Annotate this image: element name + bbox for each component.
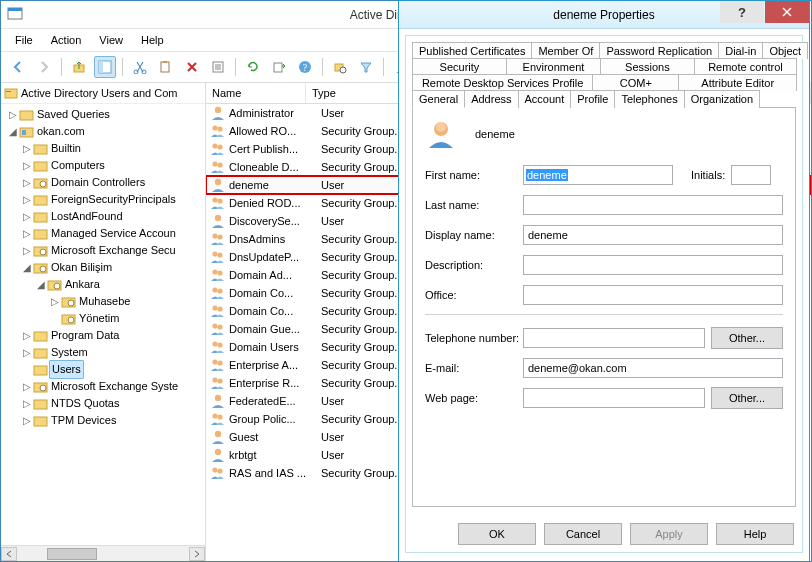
- group-icon: [210, 123, 226, 139]
- menu-action[interactable]: Action: [43, 32, 90, 48]
- tab-account[interactable]: Account: [518, 90, 572, 108]
- tab-pwdrepl[interactable]: Password Replication: [599, 42, 719, 59]
- help-button[interactable]: Help: [716, 523, 794, 545]
- web-other-button[interactable]: Other...: [711, 387, 783, 409]
- tree-node[interactable]: okan.com: [37, 123, 85, 140]
- folder-icon: [33, 413, 48, 428]
- tree-node[interactable]: Program Data: [51, 327, 119, 344]
- tree-node[interactable]: LostAndFound: [51, 208, 123, 225]
- phone-other-button[interactable]: Other...: [711, 327, 783, 349]
- tab-dialin[interactable]: Dial-in: [718, 42, 763, 59]
- first-name-field[interactable]: deneme: [523, 165, 673, 185]
- copy-button[interactable]: [155, 56, 177, 78]
- scroll-left-icon[interactable]: [1, 547, 17, 561]
- scroll-right-icon[interactable]: [189, 547, 205, 561]
- tab-complus[interactable]: COM+: [592, 74, 679, 91]
- ok-button[interactable]: OK: [458, 523, 536, 545]
- telephone-field[interactable]: [523, 328, 705, 348]
- refresh-button[interactable]: [242, 56, 264, 78]
- export-button[interactable]: [268, 56, 290, 78]
- label-display: Display name:: [425, 229, 523, 241]
- tree-node[interactable]: Managed Service Accoun: [51, 225, 176, 242]
- label-office: Office:: [425, 289, 523, 301]
- tree-node[interactable]: Computers: [51, 157, 105, 174]
- tree-node[interactable]: Saved Queries: [37, 106, 110, 123]
- tree-node[interactable]: Yönetim: [79, 310, 119, 327]
- tree-node[interactable]: Muhasebe: [79, 293, 130, 310]
- tree-node[interactable]: System: [51, 344, 88, 361]
- tree[interactable]: ▷Saved Queries ◢okan.com ▷Builtin ▷Compu…: [1, 104, 205, 429]
- folder-icon: [33, 328, 48, 343]
- up-folder-button[interactable]: [68, 56, 90, 78]
- tab-address[interactable]: Address: [464, 90, 518, 108]
- tree-node[interactable]: ForeignSecurityPrincipals: [51, 191, 176, 208]
- filter-button[interactable]: [355, 56, 377, 78]
- last-name-field[interactable]: [523, 195, 783, 215]
- tab-environment[interactable]: Environment: [506, 58, 601, 75]
- tree-node[interactable]: TPM Devices: [51, 412, 116, 429]
- initials-field[interactable]: [731, 165, 771, 185]
- tree-node-users[interactable]: Users: [49, 360, 84, 379]
- twisty-open-icon[interactable]: ◢: [21, 259, 33, 276]
- show-hide-tree-button[interactable]: [94, 56, 116, 78]
- menu-view[interactable]: View: [91, 32, 131, 48]
- tab-telephones[interactable]: Telephones: [614, 90, 684, 108]
- horizontal-scrollbar[interactable]: [1, 545, 205, 561]
- twisty-open-icon[interactable]: ◢: [7, 123, 19, 140]
- svg-rect-30: [34, 196, 47, 205]
- general-tab-panel: deneme First name: deneme Initials: Last…: [412, 107, 796, 507]
- dialog-close-button[interactable]: [765, 1, 809, 23]
- tab-rdsprofile[interactable]: Remote Desktop Services Profile: [412, 74, 593, 91]
- properties-button[interactable]: [207, 56, 229, 78]
- tab-organization[interactable]: Organization: [684, 90, 760, 108]
- tree-node[interactable]: Builtin: [51, 140, 81, 157]
- svg-point-85: [217, 468, 222, 473]
- tree-header[interactable]: Active Directory Users and Com: [1, 83, 205, 104]
- tab-remotecontrol[interactable]: Remote control: [694, 58, 797, 75]
- col-name[interactable]: Name: [206, 83, 306, 103]
- scroll-thumb[interactable]: [47, 548, 97, 560]
- email-field[interactable]: [523, 358, 783, 378]
- tab-security[interactable]: Security: [412, 58, 507, 75]
- tree-node[interactable]: Microsoft Exchange Syste: [51, 378, 178, 395]
- svg-point-36: [40, 266, 46, 272]
- web-field[interactable]: [523, 388, 705, 408]
- cut-button[interactable]: [129, 56, 151, 78]
- twisty-icon[interactable]: ▷: [7, 106, 19, 123]
- tab-sessions[interactable]: Sessions: [600, 58, 695, 75]
- twisty-open-icon[interactable]: ◢: [35, 276, 47, 293]
- tab-profile[interactable]: Profile: [570, 90, 615, 108]
- tree-node[interactable]: NTDS Quotas: [51, 395, 119, 412]
- tab-memberof[interactable]: Member Of: [531, 42, 600, 59]
- cancel-button[interactable]: Cancel: [544, 523, 622, 545]
- tab-general[interactable]: General: [412, 90, 465, 108]
- folder-icon: [33, 396, 48, 411]
- display-name-field[interactable]: [523, 225, 783, 245]
- svg-point-78: [217, 378, 222, 383]
- row-name: Domain Ad...: [229, 269, 321, 281]
- menu-help[interactable]: Help: [133, 32, 172, 48]
- dialog-titlebar[interactable]: deneme Properties ?: [399, 1, 809, 29]
- tab-attreditor[interactable]: Attribute Editor: [678, 74, 797, 91]
- description-field[interactable]: [523, 255, 783, 275]
- tree-node[interactable]: Okan Bilişim: [51, 259, 112, 276]
- menu-file[interactable]: File: [7, 32, 41, 48]
- tab-pubcerts[interactable]: Published Certificates: [412, 42, 532, 59]
- forward-button[interactable]: [33, 56, 55, 78]
- back-button[interactable]: [7, 56, 29, 78]
- tree-node[interactable]: Domain Controllers: [51, 174, 145, 191]
- find-button[interactable]: [329, 56, 351, 78]
- apply-button[interactable]: Apply: [630, 523, 708, 545]
- row-name: Domain Users: [229, 341, 321, 353]
- tree-node[interactable]: Ankara: [65, 276, 100, 293]
- tab-object[interactable]: Object: [762, 42, 808, 59]
- svg-point-47: [40, 385, 46, 391]
- office-field[interactable]: [523, 285, 783, 305]
- tree-node[interactable]: Microsoft Exchange Secu: [51, 242, 176, 259]
- svg-rect-27: [34, 162, 47, 171]
- dialog-help-button[interactable]: ?: [720, 1, 764, 23]
- delete-button[interactable]: [181, 56, 203, 78]
- ou-icon: [61, 311, 76, 326]
- svg-point-68: [217, 288, 222, 293]
- help-button[interactable]: ?: [294, 56, 316, 78]
